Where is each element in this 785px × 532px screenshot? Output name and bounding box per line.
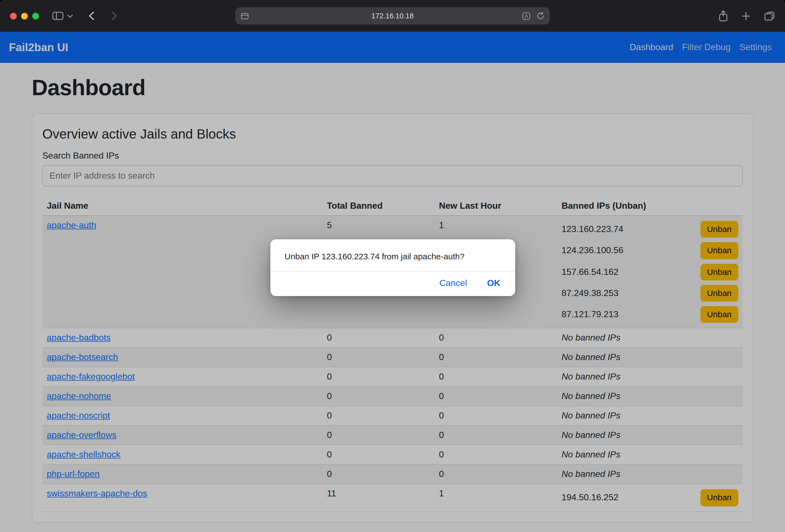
page-settings-icon[interactable]	[241, 12, 249, 19]
ok-button[interactable]: OK	[486, 276, 502, 290]
browser-toolbar: 172.16.10.18 A	[0, 0, 785, 32]
address-bar[interactable]: 172.16.10.18 A	[235, 7, 550, 24]
minimize-window-button[interactable]	[21, 12, 28, 19]
url-text[interactable]: 172.16.10.18	[235, 12, 550, 20]
web-content: Fail2ban UI Dashboard Filter Debug Setti…	[0, 32, 785, 532]
dialog-footer: Cancel OK	[270, 271, 515, 296]
dialog-message: Unban IP 123.160.223.74 from jail apache…	[270, 239, 515, 271]
new-tab-icon[interactable]	[742, 11, 751, 20]
tab-overview-icon[interactable]	[764, 11, 775, 21]
chevron-down-icon[interactable]	[67, 14, 73, 18]
forward-button[interactable]	[111, 11, 118, 21]
cancel-button[interactable]: Cancel	[438, 276, 468, 290]
close-window-button[interactable]	[10, 12, 17, 19]
share-icon[interactable]	[718, 10, 728, 22]
sidebar-toggle-icon[interactable]	[52, 12, 64, 20]
browser-window: 172.16.10.18 A	[0, 0, 785, 532]
confirm-dialog: Unban IP 123.160.223.74 from jail apache…	[270, 239, 515, 296]
window-controls	[0, 12, 39, 19]
back-button[interactable]	[88, 11, 95, 21]
translate-icon[interactable]: A	[523, 12, 530, 20]
reload-icon[interactable]	[536, 12, 545, 20]
zoom-window-button[interactable]	[32, 12, 39, 19]
svg-text:A: A	[525, 13, 528, 19]
